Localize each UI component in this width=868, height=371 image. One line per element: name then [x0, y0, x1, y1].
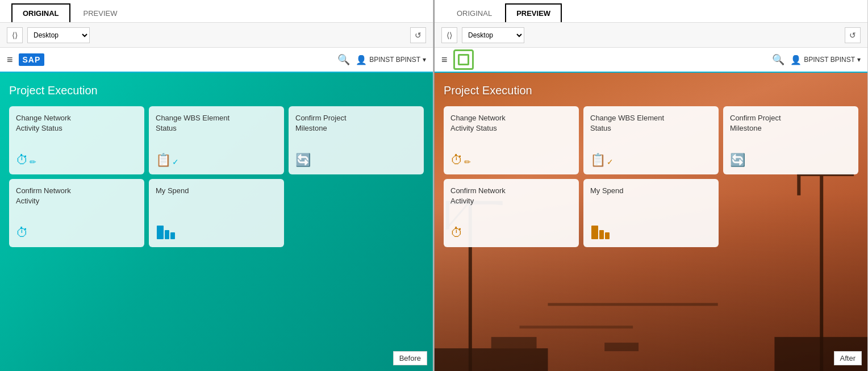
empty-cell-right: [723, 179, 858, 247]
svg-rect-15: [491, 337, 537, 348]
tile-row-2-left: Confirm NetworkActivity ⏱ My Spend: [9, 179, 424, 247]
tile-row-1-left: Change NetworkActivity Status ⏱ ✏ Change…: [9, 106, 424, 174]
tab-preview-right[interactable]: PREVIEW: [505, 3, 562, 22]
tile-confirm-milestone-left[interactable]: Confirm ProjectMilestone 🔄: [289, 106, 424, 174]
clipboard-icon-left: 📋: [156, 153, 171, 168]
preview-content-right: Project Execution Change NetworkActivity…: [444, 84, 858, 247]
code-toggle-icon-right[interactable]: ⟨⟩: [441, 27, 457, 43]
bar-chart-icon-right: [590, 220, 611, 240]
page-title-right: Project Execution: [444, 84, 858, 97]
toolbar-left: ⟨⟩ Desktop ↺: [0, 23, 433, 48]
tile-row-2-right: Confirm NetworkActivity ⏱ My Spend: [444, 179, 858, 247]
hamburger-menu-right[interactable]: ≡: [441, 54, 448, 66]
device-select-left[interactable]: Desktop: [27, 27, 90, 43]
clock-icon-2-right: ⏱: [450, 226, 463, 240]
clock-icon-1-right: ⏱: [450, 153, 463, 168]
sap-logo-left: SAP: [19, 53, 45, 66]
clock-icon-1-left: ⏱: [16, 153, 28, 168]
refresh-button-right[interactable]: ↺: [845, 27, 861, 43]
page-title-left: Project Execution: [9, 84, 424, 97]
tab-bar-left: ORIGINAL PREVIEW: [0, 0, 433, 23]
tab-preview-left[interactable]: PREVIEW: [73, 4, 128, 22]
empty-cell-left: [289, 179, 424, 247]
svg-rect-1: [165, 230, 169, 239]
tile-confirm-milestone-right[interactable]: Confirm ProjectMilestone 🔄: [723, 106, 858, 174]
svg-rect-16: [604, 343, 639, 351]
svg-rect-17: [591, 226, 598, 239]
svg-rect-19: [605, 232, 610, 239]
search-icon-right[interactable]: 🔍: [772, 53, 784, 66]
check-icon-left: ✓: [172, 157, 179, 166]
sap-logo-inner-right: [458, 54, 469, 65]
clock-icon-2-left: ⏱: [16, 226, 28, 240]
svg-rect-12: [520, 326, 633, 328]
bar-chart-icon-left: [156, 220, 176, 240]
user-menu-right[interactable]: 👤 BPINST BPINST ▾: [790, 55, 861, 65]
check-icon-right: ✓: [607, 157, 614, 166]
refresh-icon-left: 🔄: [295, 153, 311, 168]
tile-change-wbs-right[interactable]: Change WBS ElementStatus 📋 ✓: [583, 106, 719, 174]
tile-confirm-network-left[interactable]: Confirm NetworkActivity ⏱: [9, 179, 144, 247]
after-label: After: [834, 351, 862, 365]
user-icon-right: 👤: [790, 55, 802, 65]
tile-my-spend-right[interactable]: My Spend: [583, 179, 719, 247]
right-panel: ORIGINAL PREVIEW ⟨⟩ Desktop ↺ ≡ 🔍 👤 BPIN…: [435, 0, 868, 371]
tab-original-left[interactable]: ORIGINAL: [11, 3, 70, 22]
hamburger-menu-left[interactable]: ≡: [7, 54, 13, 66]
search-icon-left[interactable]: 🔍: [337, 53, 350, 66]
tile-change-wbs-left[interactable]: Change WBS ElementStatus 📋 ✓: [149, 106, 284, 174]
pencil-icon-1-right: ✏: [464, 157, 471, 166]
svg-rect-2: [170, 232, 175, 239]
tile-my-spend-left[interactable]: My Spend: [149, 179, 284, 247]
svg-rect-0: [157, 226, 164, 239]
svg-rect-13: [435, 348, 548, 371]
main-content-right: Project Execution Change NetworkActivity…: [435, 73, 867, 371]
tab-original-right[interactable]: ORIGINAL: [446, 4, 503, 22]
user-icon-left: 👤: [356, 55, 367, 65]
toolbar-right: ⟨⟩ Desktop ↺: [435, 23, 867, 48]
tab-bar-right: ORIGINAL PREVIEW: [435, 0, 867, 23]
sap-logo-preview-right: [453, 49, 474, 70]
code-toggle-icon-left[interactable]: ⟨⟩: [7, 27, 23, 43]
left-panel: ORIGINAL PREVIEW ⟨⟩ Desktop ↺ ≡ SAP 🔍 👤 …: [0, 0, 433, 371]
tile-confirm-network-right[interactable]: Confirm NetworkActivity ⏱: [444, 179, 579, 247]
user-menu-left[interactable]: 👤 BPINST BPINST ▾: [356, 55, 426, 65]
tile-change-network-right[interactable]: Change NetworkActivity Status ⏱ ✏: [444, 106, 579, 174]
tile-row-1-right: Change NetworkActivity Status ⏱ ✏ Change…: [444, 106, 858, 174]
tile-change-network-left[interactable]: Change NetworkActivity Status ⏱ ✏: [9, 106, 144, 174]
svg-rect-11: [548, 303, 717, 306]
device-select-right[interactable]: Desktop: [462, 27, 524, 43]
refresh-button-left[interactable]: ↺: [410, 27, 426, 43]
before-label: Before: [393, 351, 427, 365]
refresh-icon-right: 🔄: [730, 153, 745, 168]
shell-header-left: ≡ SAP 🔍 👤 BPINST BPINST ▾: [0, 48, 433, 73]
pencil-icon-1-left: ✏: [30, 157, 36, 166]
clipboard-icon-right: 📋: [590, 153, 606, 168]
shell-header-right: ≡ 🔍 👤 BPINST BPINST ▾: [435, 48, 867, 73]
svg-rect-18: [599, 230, 604, 239]
main-content-left: Project Execution Change NetworkActivity…: [0, 73, 433, 371]
